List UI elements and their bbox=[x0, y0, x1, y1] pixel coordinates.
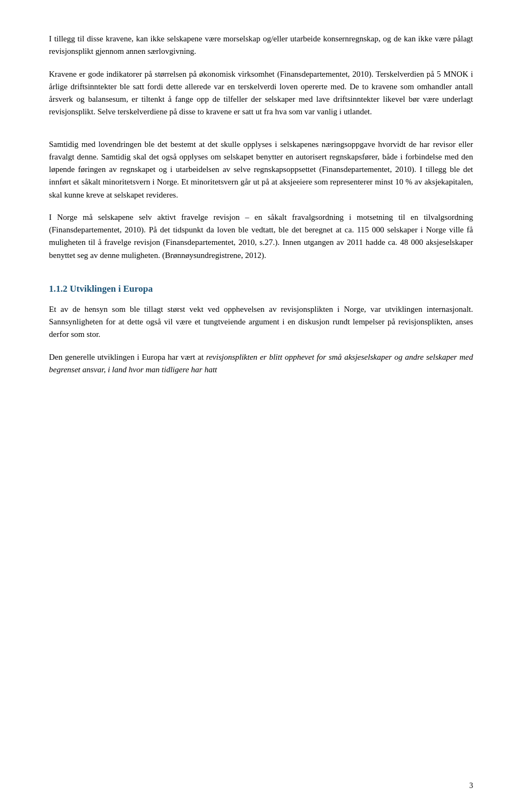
section-paragraph-2: Den generelle utviklingen i Europa har v… bbox=[49, 351, 473, 377]
paragraph-1: I tillegg til disse kravene, kan ikke se… bbox=[49, 33, 473, 58]
section-paragraph-2-normal: Den generelle utviklingen i Europa har v… bbox=[49, 353, 206, 361]
page-number: 3 bbox=[469, 782, 473, 790]
paragraph-2: Kravene er gode indikatorer på størrelse… bbox=[49, 68, 473, 119]
section-paragraph-1: Et av de hensyn som ble tillagt størst v… bbox=[49, 303, 473, 341]
section-heading-1-1-2: 1.1.2 Utviklingen i Europa bbox=[49, 284, 473, 294]
paragraph-3: Samtidig med lovendringen ble det bestem… bbox=[49, 138, 473, 201]
page: I tillegg til disse kravene, kan ikke se… bbox=[0, 0, 522, 812]
paragraph-4: I Norge må selskapene selv aktivt fravel… bbox=[49, 211, 473, 262]
